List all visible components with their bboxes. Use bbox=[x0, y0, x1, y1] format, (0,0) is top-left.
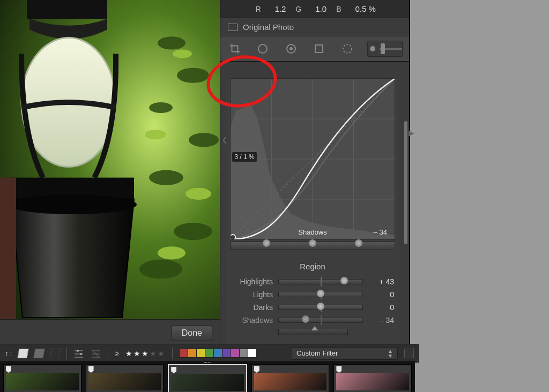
svg-point-7 bbox=[139, 259, 182, 278]
g-label: G bbox=[295, 5, 301, 13]
separator bbox=[172, 348, 173, 359]
slider-shadows[interactable] bbox=[278, 318, 363, 323]
svg-rect-20 bbox=[315, 45, 323, 52]
slider-highlights[interactable] bbox=[278, 279, 363, 284]
svg-point-8 bbox=[173, 49, 192, 58]
flag-rejected-icon[interactable] bbox=[50, 349, 61, 358]
svg-point-4 bbox=[189, 133, 219, 147]
filter-preset-dropdown[interactable]: Custom Filter ▲▼ bbox=[292, 347, 398, 360]
color-swatch[interactable] bbox=[205, 349, 214, 357]
label-shadows: Shadows bbox=[231, 316, 273, 325]
thumb-index: 15 bbox=[204, 361, 211, 364]
filmstrip-thumb[interactable]: 14 bbox=[86, 364, 164, 392]
slider-lights[interactable] bbox=[278, 292, 363, 297]
filter-preset-label: Custom Filter bbox=[296, 349, 338, 357]
split-dark-light[interactable] bbox=[309, 239, 316, 247]
filmstrip-thumb[interactable]: 13 bbox=[3, 364, 81, 392]
filmstrip-thumb[interactable]: 17 bbox=[333, 364, 412, 392]
thumb-index: 13 bbox=[39, 361, 46, 364]
color-swatch[interactable] bbox=[180, 349, 188, 357]
split-shadow-dark[interactable] bbox=[263, 239, 270, 247]
thumb-image bbox=[254, 373, 327, 390]
region-range-splitter[interactable] bbox=[278, 329, 348, 335]
color-swatch[interactable] bbox=[188, 349, 197, 357]
filmstrip-thumb[interactable]: 16 bbox=[251, 364, 330, 392]
adjustment-brush-icon[interactable] bbox=[367, 41, 403, 57]
separator bbox=[108, 348, 108, 359]
region-title: Region bbox=[231, 262, 394, 271]
thumb-image bbox=[6, 373, 79, 390]
crop-tool-icon[interactable] bbox=[227, 41, 243, 57]
color-label-filter[interactable] bbox=[179, 349, 257, 358]
graduated-filter-icon[interactable] bbox=[311, 41, 327, 57]
svg-point-2 bbox=[177, 68, 209, 83]
svg-point-22 bbox=[370, 46, 375, 51]
spot-removal-icon[interactable] bbox=[255, 41, 271, 57]
curve-region-splitter[interactable] bbox=[230, 242, 395, 250]
row-darks: Darks 0 bbox=[231, 301, 394, 314]
color-swatch[interactable] bbox=[214, 349, 222, 357]
slider-darks[interactable] bbox=[278, 305, 363, 310]
color-swatch[interactable] bbox=[231, 349, 240, 357]
region-section: Region Highlights + 43 Lights bbox=[226, 262, 399, 335]
local-tools bbox=[220, 36, 409, 62]
row-shadows: Shadows – 34 bbox=[231, 314, 394, 327]
redeye-icon[interactable] bbox=[283, 41, 299, 57]
thumb-flag-icon bbox=[254, 366, 259, 373]
flag-picked-icon[interactable] bbox=[18, 349, 29, 358]
value-shadows: – 34 bbox=[368, 316, 394, 325]
filter-label: r : bbox=[5, 349, 12, 358]
color-swatch[interactable] bbox=[240, 349, 248, 357]
svg-point-5 bbox=[149, 170, 183, 185]
curve-footer: Shadows – 34 bbox=[231, 228, 395, 236]
thumb-image bbox=[171, 374, 244, 391]
svg-point-34 bbox=[77, 350, 79, 352]
color-swatch[interactable] bbox=[222, 349, 231, 357]
color-swatch[interactable] bbox=[248, 349, 257, 357]
split-light-highlight[interactable] bbox=[355, 239, 362, 247]
svg-point-17 bbox=[258, 44, 267, 53]
done-button[interactable]: Done bbox=[172, 325, 212, 341]
b-value: 0.5 % bbox=[355, 4, 376, 13]
filter-switch-icon-1[interactable] bbox=[73, 349, 84, 358]
color-swatch[interactable] bbox=[197, 349, 205, 357]
rating-filter[interactable]: ★★★★★ bbox=[125, 349, 166, 358]
thumb-image bbox=[336, 373, 409, 390]
b-label: B bbox=[336, 5, 341, 13]
svg-point-15 bbox=[8, 195, 137, 214]
thumb-index: 16 bbox=[286, 361, 294, 364]
r-value: 1.2 bbox=[275, 4, 286, 13]
app-root: Done R 1.2 G 1.0 B 0.5 % Original Photo bbox=[0, 0, 549, 392]
svg-point-9 bbox=[145, 130, 166, 139]
rgb-readout: R 1.2 G 1.0 B 0.5 % bbox=[220, 0, 409, 18]
flag-unflagged-icon[interactable] bbox=[34, 349, 45, 358]
svg-point-35 bbox=[80, 353, 82, 355]
panel-scrollbar[interactable] bbox=[404, 121, 407, 244]
value-lights: 0 bbox=[368, 290, 394, 299]
label-darks: Darks bbox=[231, 303, 273, 312]
svg-point-6 bbox=[174, 223, 212, 240]
develop-panel: R 1.2 G 1.0 B 0.5 % Original Photo bbox=[220, 0, 410, 392]
photo-preview[interactable] bbox=[0, 0, 220, 319]
svg-point-21 bbox=[343, 44, 352, 53]
svg-point-1 bbox=[158, 36, 186, 49]
panel-disclosure-icon[interactable]: ▶ bbox=[409, 129, 414, 137]
curve-readout: 3 / 1 % bbox=[232, 152, 257, 162]
thumb-flag-icon bbox=[171, 367, 176, 373]
value-darks: 0 bbox=[368, 303, 394, 312]
curve-section-label: Shadows bbox=[231, 228, 395, 236]
radial-filter-icon[interactable] bbox=[339, 41, 355, 57]
original-photo-row[interactable]: Original Photo bbox=[220, 18, 409, 36]
original-photo-label: Original Photo bbox=[243, 22, 294, 32]
preview-column: Done bbox=[0, 0, 220, 392]
filter-switch-icon-2[interactable] bbox=[91, 349, 101, 358]
thumb-image bbox=[88, 373, 161, 390]
r-label: R bbox=[255, 5, 261, 13]
svg-point-11 bbox=[158, 246, 186, 259]
rating-comparator[interactable]: ≥ bbox=[115, 349, 119, 358]
filmstrip[interactable]: 1314151617 bbox=[0, 361, 415, 392]
filmstrip-thumb[interactable]: 15 bbox=[168, 364, 247, 392]
svg-point-10 bbox=[186, 188, 211, 200]
filter-lock-icon[interactable] bbox=[404, 349, 414, 358]
row-highlights: Highlights + 43 bbox=[231, 275, 394, 288]
